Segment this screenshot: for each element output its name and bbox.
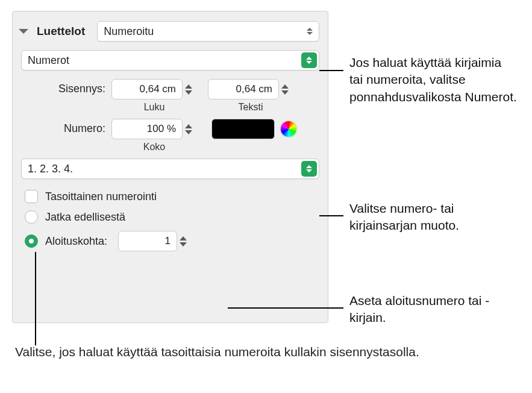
indent-number-group: 0,64 cm Luku	[111, 79, 197, 113]
continue-radio[interactable]	[25, 210, 38, 224]
indent-label: Sisennys:	[21, 79, 111, 95]
indent-text-stepper[interactable]	[281, 79, 293, 99]
list-style-value: Numeroitu	[104, 25, 154, 38]
color-wheel-icon[interactable]	[281, 121, 296, 137]
tiered-label: Tasoittainen numerointi	[45, 190, 157, 203]
callout-tiered: Valitse, jos haluat käyttää tasoittaisia…	[15, 344, 419, 360]
number-size-sublabel: Koko	[143, 142, 165, 152]
sequence-value: 1. 2. 3. 4.	[28, 163, 73, 175]
indent-text-field[interactable]: 0,64 cm	[208, 79, 279, 99]
tiered-row: Tasoittainen numerointi	[21, 190, 319, 203]
disclosure-triangle-icon[interactable]	[19, 29, 28, 34]
chevron-updown-icon	[301, 161, 317, 177]
color-swatch[interactable]	[211, 119, 275, 139]
leader-line	[228, 307, 343, 309]
header-row: Luettelot Numeroitu	[21, 21, 319, 42]
continue-row: Jatka edellisestä	[21, 210, 319, 224]
leader-line	[319, 70, 343, 71]
leader-line-vertical	[35, 252, 36, 345]
tiered-checkbox[interactable]	[25, 190, 38, 203]
continue-label: Jatka edellisestä	[45, 211, 125, 224]
callout-start: Aseta aloitusnumero tai -kirjain.	[349, 292, 518, 327]
list-style-select[interactable]: Numeroitu	[97, 21, 319, 42]
number-size-field[interactable]: 100 %	[111, 119, 183, 139]
sequence-row: 1. 2. 3. 4.	[21, 159, 319, 179]
indent-number-sublabel: Luku	[144, 102, 165, 113]
number-type-value: Numerot	[28, 54, 69, 67]
callout-sequence: Valitse numero- tai kirjainsarjan muoto.	[349, 200, 518, 234]
start-value-stepper[interactable]	[180, 231, 192, 251]
leader-line	[319, 215, 343, 216]
indent-text-group: 0,64 cm Teksti	[208, 79, 293, 113]
number-type-select[interactable]: Numerot	[21, 50, 319, 71]
chevron-updown-icon	[301, 52, 317, 68]
number-format-label: Numero:	[21, 119, 111, 135]
list-settings-panel: Luettelot Numeroitu Numerot Sisennys: 0,…	[12, 11, 328, 323]
start-radio[interactable]	[25, 234, 38, 248]
callout-numerot: Jos haluat käyttää kirjaimia tai numeroi…	[349, 54, 518, 105]
start-value-field[interactable]: 1	[118, 231, 177, 251]
sequence-select[interactable]: 1. 2. 3. 4.	[21, 159, 319, 179]
color-group	[208, 119, 296, 139]
indent-row: Sisennys: 0,64 cm Luku 0,64 cm Teksti	[21, 79, 319, 113]
indent-number-stepper[interactable]	[185, 79, 197, 99]
chevron-updown-icon	[307, 28, 313, 35]
indent-number-field[interactable]: 0,64 cm	[111, 79, 183, 99]
start-label: Aloituskohta:	[45, 235, 107, 248]
section-title: Luettelot	[37, 25, 85, 38]
number-format-row: Numero: 100 % Koko	[21, 119, 319, 152]
number-size-group: 100 % Koko	[111, 119, 197, 152]
number-size-stepper[interactable]	[185, 119, 197, 139]
start-row: Aloituskohta: 1	[21, 231, 319, 251]
number-type-row: Numerot	[21, 50, 319, 71]
indent-text-sublabel: Teksti	[239, 102, 263, 113]
